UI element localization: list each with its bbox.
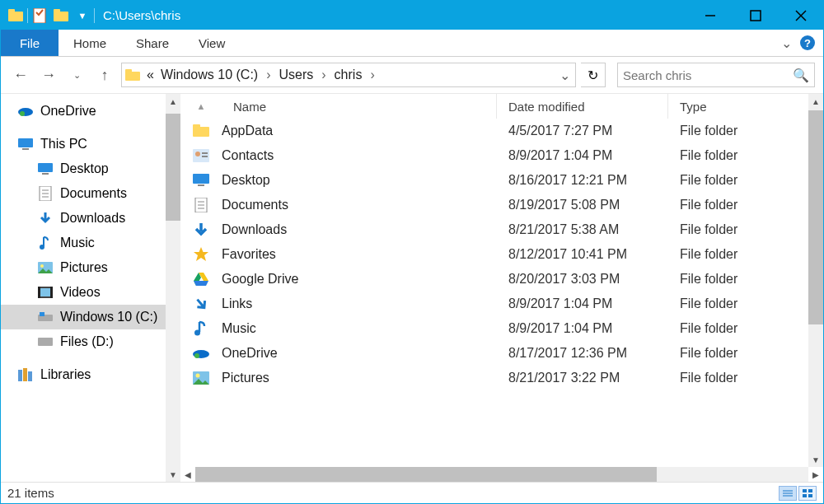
up-button[interactable]: ↑ — [93, 63, 116, 86]
documents-icon — [180, 198, 222, 212]
pictures-icon — [180, 371, 222, 385]
chevron-right-icon[interactable]: › — [261, 68, 275, 82]
svg-rect-35 — [193, 124, 200, 128]
favorites-icon — [180, 246, 222, 263]
music-icon — [180, 320, 222, 337]
file-tab[interactable]: File — [1, 30, 59, 56]
documents-icon — [37, 185, 54, 202]
details-view-button[interactable] — [779, 486, 797, 501]
file-row[interactable]: Contacts8/9/2017 1:04 PMFile folder — [180, 143, 823, 168]
separator — [94, 8, 95, 23]
file-row[interactable]: Links8/9/2017 1:04 PMFile folder — [180, 292, 823, 316]
file-row[interactable]: Desktop8/16/2017 12:21 PMFile folder — [180, 168, 823, 193]
nav-downloads[interactable]: Downloads — [1, 206, 180, 231]
nav-videos[interactable]: Videos — [1, 280, 180, 305]
nav-desktop[interactable]: Desktop — [1, 156, 180, 181]
content-hscroll-thumb[interactable] — [195, 467, 657, 482]
address-dropdown-icon[interactable]: ⌄ — [554, 68, 575, 83]
thumbnails-view-button[interactable] — [798, 486, 817, 501]
scroll-down-icon[interactable]: ▼ — [166, 467, 180, 482]
nav-label: Files (D:) — [60, 334, 114, 349]
file-row[interactable]: AppData4/5/2017 7:27 PMFile folder — [180, 119, 823, 143]
sort-indicator-icon[interactable]: ▲ — [180, 94, 222, 119]
properties-icon[interactable] — [30, 6, 49, 26]
ribbon-expand-icon[interactable]: ⌄ — [781, 35, 792, 51]
file-row[interactable]: Documents8/19/2017 5:08 PMFile folder — [180, 193, 823, 217]
nav-onedrive[interactable]: OneDrive — [1, 99, 180, 124]
column-headers: ▲ Name Date modified Type — [180, 94, 823, 119]
file-row[interactable]: Pictures8/21/2017 3:22 PMFile folder — [180, 366, 823, 390]
search-box[interactable]: 🔍 — [617, 63, 815, 87]
svg-rect-54 — [803, 489, 807, 492]
nav-this-pc[interactable]: This PC — [1, 132, 180, 156]
file-type: File folder — [668, 173, 823, 188]
file-type: File folder — [668, 346, 823, 361]
search-input[interactable] — [623, 68, 793, 82]
column-type[interactable]: Type — [668, 94, 823, 119]
ribbon-tabs: File Home Share View ⌄ ? — [1, 30, 823, 57]
nav-drive-c[interactable]: Windows 10 (C:) — [1, 305, 180, 329]
column-name[interactable]: Name — [222, 94, 497, 119]
navpane-scroll-thumb[interactable] — [166, 114, 180, 221]
nav-documents[interactable]: Documents — [1, 181, 180, 206]
forward-button[interactable]: → — [37, 63, 60, 86]
nav-libraries[interactable]: Libraries — [1, 362, 180, 387]
file-name: Links — [222, 296, 497, 311]
file-row[interactable]: Google Drive8/20/2017 3:03 PMFile folder — [180, 267, 823, 292]
nav-pictures[interactable]: Pictures — [1, 255, 180, 280]
help-icon[interactable]: ? — [800, 35, 815, 50]
file-type: File folder — [668, 222, 823, 237]
title-bar: ▼ C:\Users\chris — [1, 1, 823, 30]
file-date: 8/20/2017 3:03 PM — [497, 272, 668, 287]
new-folder-icon[interactable] — [51, 6, 71, 26]
scroll-up-icon[interactable]: ▲ — [166, 94, 180, 109]
qat-dropdown-icon[interactable]: ▼ — [73, 6, 92, 26]
folder-icon — [180, 124, 222, 138]
nav-music[interactable]: Music — [1, 231, 180, 255]
nav-label: Documents — [60, 186, 127, 201]
file-name: Downloads — [222, 222, 497, 237]
scroll-right-icon[interactable]: ▶ — [808, 467, 823, 482]
file-row[interactable]: Downloads8/21/2017 5:38 AMFile folder — [180, 217, 823, 242]
file-date: 8/21/2017 3:22 PM — [497, 371, 668, 385]
view-tab[interactable]: View — [184, 30, 240, 56]
scroll-down-icon[interactable]: ▼ — [808, 452, 823, 467]
scroll-left-icon[interactable]: ◀ — [180, 467, 195, 482]
svg-rect-27 — [50, 287, 53, 298]
breadcrumb-chris[interactable]: chris — [331, 68, 366, 82]
file-name: Desktop — [222, 173, 497, 188]
address-bar[interactable]: « Windows 10 (C:) › Users › chris › ⌄ — [121, 63, 576, 87]
nav-drive-d[interactable]: Files (D:) — [1, 329, 180, 354]
file-date: 8/9/2017 1:04 PM — [497, 321, 668, 336]
file-row[interactable]: Music8/9/2017 1:04 PMFile folder — [180, 316, 823, 341]
breadcrumb-overflow[interactable]: « — [143, 68, 157, 82]
chevron-right-icon[interactable]: › — [365, 68, 379, 82]
file-name: Google Drive — [222, 272, 497, 287]
explorer-window: ▼ C:\Users\chris File Home Share View ⌄ … — [0, 0, 824, 504]
svg-rect-39 — [202, 156, 208, 157]
file-name: Pictures — [222, 371, 497, 385]
navigation-pane: OneDrive This PC Desktop Documents Downl… — [1, 94, 180, 482]
breadcrumb-root[interactable]: Windows 10 (C:) — [157, 68, 261, 82]
scroll-up-icon[interactable]: ▲ — [808, 94, 823, 109]
maximize-button[interactable] — [733, 1, 778, 30]
home-tab[interactable]: Home — [59, 30, 121, 56]
onedrive-icon — [180, 348, 222, 359]
breadcrumb-users[interactable]: Users — [275, 68, 316, 82]
svg-rect-15 — [38, 163, 53, 172]
recent-dropdown-icon[interactable]: ⌄ — [65, 63, 88, 86]
file-row[interactable]: Favorites8/12/2017 10:41 PMFile folder — [180, 242, 823, 267]
desktop-icon — [180, 174, 222, 187]
refresh-button[interactable]: ↻ — [581, 63, 606, 87]
minimize-button[interactable] — [687, 1, 733, 30]
back-button[interactable]: ← — [9, 63, 32, 86]
share-tab[interactable]: Share — [121, 30, 184, 56]
chevron-right-icon[interactable]: › — [316, 68, 330, 82]
content-vscroll-thumb[interactable] — [808, 110, 823, 324]
search-icon[interactable]: 🔍 — [793, 68, 809, 83]
file-row[interactable]: OneDrive8/17/2017 12:36 PMFile folder — [180, 341, 823, 366]
close-button[interactable] — [778, 1, 823, 30]
file-name: OneDrive — [222, 346, 497, 361]
music-icon — [37, 235, 54, 251]
column-date[interactable]: Date modified — [497, 94, 668, 119]
